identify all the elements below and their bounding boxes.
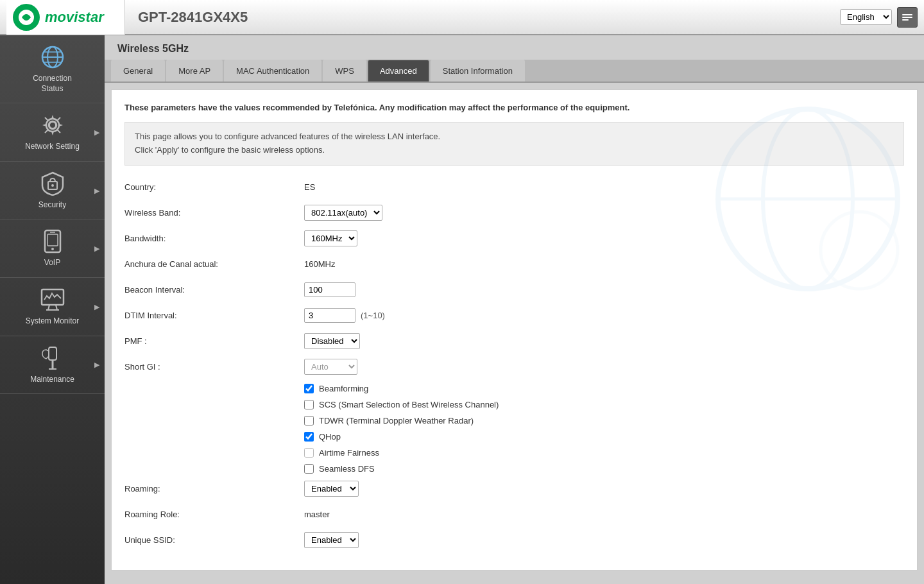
short-gi-row: Short GI : Auto Long GI Short GI — [124, 358, 904, 376]
beacon-input[interactable] — [304, 282, 355, 297]
pmf-label: PMF : — [124, 336, 304, 346]
canal-row: Anchura de Canal actual: 160MHz — [124, 255, 904, 273]
sidebar-item-maintenance[interactable]: Maintenance ▶ — [0, 336, 105, 395]
qhop-label: QHop — [319, 432, 341, 442]
svg-point-16 — [51, 248, 54, 250]
short-gi-select[interactable]: Auto Long GI Short GI — [304, 359, 357, 375]
dtim-input[interactable] — [304, 308, 355, 323]
sidebar-item-network-setting[interactable]: Network Setting ▶ — [0, 103, 105, 162]
header: movistar GPT-2841GX4X5 English Español — [0, 0, 924, 35]
tabs-bar: General More AP MAC Authentication WPS A… — [105, 60, 924, 83]
seamless-checkbox[interactable] — [304, 464, 314, 474]
short-gi-label: Short GI : — [124, 362, 304, 372]
bandwidth-select[interactable]: 160MHz 80MHz 40MHz 20MHz — [304, 230, 357, 246]
notice-text: These parameters have the values recomme… — [124, 103, 904, 112]
tdwr-checkbox[interactable] — [304, 416, 314, 425]
qhop-row: QHop — [304, 432, 904, 442]
beacon-row: Beacon Interval: — [124, 281, 904, 299]
svg-rect-2 — [902, 17, 912, 18]
wrench-icon — [40, 345, 65, 371]
tab-station-info[interactable]: Station Information — [431, 60, 525, 82]
roaming-label: Roaming: — [124, 484, 304, 494]
globe-icon — [40, 44, 65, 70]
shield-icon — [40, 171, 65, 196]
wireless-band-select[interactable]: 802.11ax(auto) 802.11ac 802.11n 802.11a — [304, 205, 382, 221]
info-box: This page allows you to configure advanc… — [124, 122, 904, 166]
phone-icon — [40, 228, 65, 254]
scs-label: SCS (Smart Selection of Best Wireless Ch… — [319, 400, 499, 409]
bandwidth-row: Bandwidth: 160MHz 80MHz 40MHz 20MHz — [124, 230, 904, 248]
language-select[interactable]: English Español — [840, 9, 892, 25]
header-action-button[interactable] — [897, 7, 918, 28]
content-area: Wireless 5GHz General More AP MAC Authen… — [105, 35, 924, 584]
sidebar-item-system-monitor[interactable]: System Monitor ▶ — [0, 278, 105, 336]
svg-point-11 — [49, 122, 56, 128]
beamforming-row: Beamforming — [304, 384, 904, 393]
form-area: These parameters have the values recomme… — [111, 89, 918, 571]
tab-wps[interactable]: WPS — [323, 60, 366, 82]
roaming-role-value: master — [304, 510, 330, 519]
svg-rect-1 — [902, 14, 912, 15]
canal-label: Anchura de Canal actual: — [124, 259, 304, 269]
network-setting-arrow: ▶ — [94, 128, 99, 136]
sidebar-item-voip[interactable]: VoIP ▶ — [0, 219, 105, 278]
sidebar-label-voip: VoIP — [44, 258, 60, 268]
svg-point-13 — [51, 184, 54, 187]
svg-rect-3 — [902, 19, 909, 21]
sidebar-label-security: Security — [38, 200, 66, 210]
roaming-row: Roaming: Enabled Disabled — [124, 480, 904, 498]
info-line2: Click 'Apply' to configure the basic wir… — [135, 144, 894, 157]
sidebar-label-maintenance: Maintenance — [30, 375, 74, 385]
scs-row: SCS (Smart Selection of Best Wireless Ch… — [304, 400, 904, 409]
info-line1: This page allows you to configure advanc… — [135, 130, 894, 144]
tdwr-row: TDWR (Terminal Doppler Weather Radar) — [304, 416, 904, 425]
gear-icon — [40, 112, 65, 138]
seamless-label: Seamless DFS — [319, 464, 375, 474]
pmf-select[interactable]: Disabled Optional Required — [304, 333, 360, 349]
sidebar-label-system-monitor: System Monitor — [26, 316, 79, 327]
tab-mac-auth[interactable]: MAC Authentication — [224, 60, 321, 82]
security-arrow: ▶ — [94, 186, 99, 194]
beamforming-label: Beamforming — [319, 384, 368, 393]
unique-ssid-select[interactable]: Enabled Disabled — [304, 532, 359, 548]
roaming-role-row: Roaming Role: master — [124, 506, 904, 524]
sidebar: ConnectionStatus Network — [0, 35, 105, 584]
system-monitor-arrow: ▶ — [94, 302, 99, 311]
tab-advanced[interactable]: Advanced — [368, 60, 429, 82]
dtim-hint: (1~10) — [361, 311, 385, 320]
main-layout: ConnectionStatus Network — [0, 35, 924, 584]
dtim-row: DTIM Interval: (1~10) — [124, 307, 904, 325]
wireless-band-label: Wireless Band: — [124, 208, 304, 218]
sidebar-label-connection-status: ConnectionStatus — [33, 74, 72, 94]
qhop-checkbox[interactable] — [304, 432, 314, 442]
beamforming-checkbox[interactable] — [304, 384, 314, 393]
svg-rect-22 — [49, 347, 56, 360]
scs-checkbox[interactable] — [304, 400, 314, 409]
logo-area: movistar — [6, 0, 125, 35]
beacon-label: Beacon Interval: — [124, 285, 304, 295]
roaming-role-label: Roaming Role: — [124, 510, 304, 519]
wireless-band-row: Wireless Band: 802.11ax(auto) 802.11ac 8… — [124, 204, 904, 222]
maintenance-arrow: ▶ — [94, 361, 99, 369]
brand-name: movistar — [45, 9, 104, 26]
unique-ssid-label: Unique SSID: — [124, 535, 304, 545]
airtime-checkbox[interactable] — [304, 448, 314, 458]
svg-point-28 — [821, 212, 898, 289]
tab-general[interactable]: General — [111, 60, 165, 82]
airtime-row: Airtime Fairness — [304, 448, 904, 458]
seamless-row: Seamless DFS — [304, 464, 904, 474]
country-label: Country: — [124, 182, 304, 192]
page-title: Wireless 5GHz — [105, 35, 924, 60]
sidebar-item-connection-status[interactable]: ConnectionStatus — [0, 35, 105, 103]
sidebar-label-network-setting: Network Setting — [25, 142, 80, 152]
movistar-logo — [13, 4, 40, 31]
airtime-label: Airtime Fairness — [319, 448, 379, 458]
sidebar-item-security[interactable]: Security ▶ — [0, 162, 105, 220]
tdwr-label: TDWR (Terminal Doppler Weather Radar) — [319, 416, 474, 425]
device-title: GPT-2841GX4X5 — [125, 9, 840, 26]
tab-more-ap[interactable]: More AP — [166, 60, 223, 82]
country-row: Country: ES — [124, 178, 904, 196]
roaming-select[interactable]: Enabled Disabled — [304, 481, 359, 497]
monitor-icon — [40, 287, 65, 313]
unique-ssid-row: Unique SSID: Enabled Disabled — [124, 531, 904, 549]
